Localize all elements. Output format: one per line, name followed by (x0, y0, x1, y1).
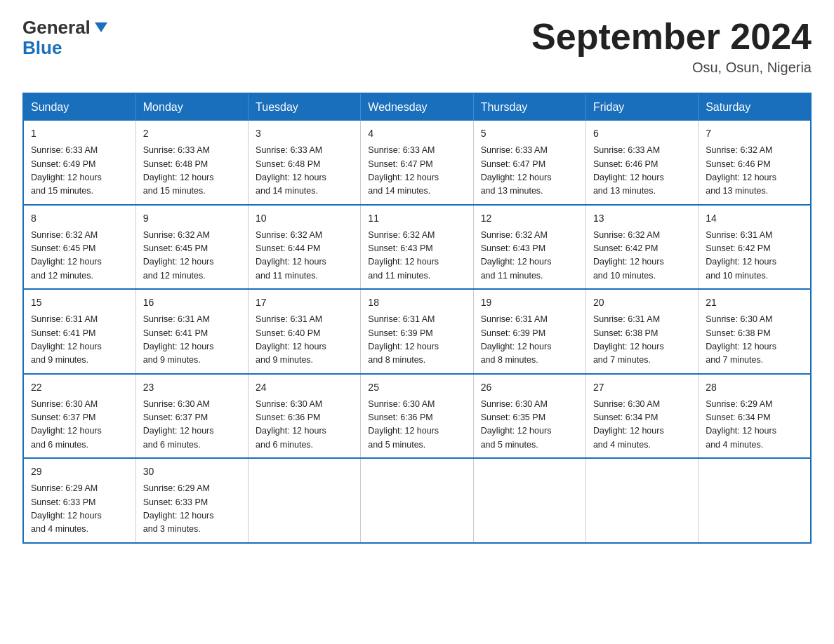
day-number: 21 (706, 295, 803, 310)
day-info: Sunrise: 6:29 AMSunset: 6:33 PMDaylight:… (143, 482, 241, 537)
title-area: September 2024 Osu, Osun, Nigeria (531, 17, 812, 76)
day-number: 9 (143, 211, 241, 226)
calendar-cell: 1Sunrise: 6:33 AMSunset: 6:49 PMDaylight… (23, 121, 135, 205)
day-info: Sunrise: 6:33 AMSunset: 6:48 PMDaylight:… (143, 144, 241, 199)
calendar-cell: 20Sunrise: 6:31 AMSunset: 6:38 PMDayligh… (585, 289, 698, 374)
day-number: 25 (368, 380, 465, 395)
day-number: 19 (481, 295, 578, 310)
weekday-header-tuesday: Tuesday (249, 93, 361, 121)
calendar-cell: 28Sunrise: 6:29 AMSunset: 6:34 PMDayligh… (699, 374, 811, 459)
calendar-cell: 30Sunrise: 6:29 AMSunset: 6:33 PMDayligh… (135, 458, 248, 543)
day-info: Sunrise: 6:31 AMSunset: 6:41 PMDaylight:… (143, 313, 241, 368)
calendar-cell: 22Sunrise: 6:30 AMSunset: 6:37 PMDayligh… (23, 374, 135, 459)
day-info: Sunrise: 6:30 AMSunset: 6:35 PMDaylight:… (481, 398, 578, 452)
day-number: 27 (593, 380, 691, 395)
calendar-cell: 24Sunrise: 6:30 AMSunset: 6:36 PMDayligh… (249, 374, 361, 459)
day-info: Sunrise: 6:30 AMSunset: 6:36 PMDaylight:… (368, 398, 465, 452)
svg-marker-0 (95, 22, 107, 32)
day-number: 17 (256, 295, 353, 310)
day-number: 1 (31, 126, 128, 141)
calendar-cell: 5Sunrise: 6:33 AMSunset: 6:47 PMDaylight… (473, 121, 585, 205)
day-number: 30 (143, 464, 241, 479)
day-info: Sunrise: 6:33 AMSunset: 6:47 PMDaylight:… (481, 144, 578, 199)
day-info: Sunrise: 6:32 AMSunset: 6:45 PMDaylight:… (143, 229, 241, 283)
day-info: Sunrise: 6:30 AMSunset: 6:38 PMDaylight:… (706, 313, 803, 368)
weekday-header-friday: Friday (585, 93, 698, 121)
calendar-week-row: 29Sunrise: 6:29 AMSunset: 6:33 PMDayligh… (23, 458, 811, 543)
day-info: Sunrise: 6:32 AMSunset: 6:46 PMDaylight:… (706, 144, 803, 199)
day-info: Sunrise: 6:30 AMSunset: 6:37 PMDaylight:… (31, 398, 128, 452)
calendar-cell (699, 458, 811, 543)
calendar-table: SundayMondayTuesdayWednesdayThursdayFrid… (22, 93, 812, 544)
day-info: Sunrise: 6:31 AMSunset: 6:40 PMDaylight:… (256, 313, 353, 368)
day-info: Sunrise: 6:33 AMSunset: 6:48 PMDaylight:… (256, 144, 353, 199)
day-number: 6 (593, 126, 691, 141)
day-info: Sunrise: 6:30 AMSunset: 6:36 PMDaylight:… (256, 398, 353, 452)
day-info: Sunrise: 6:32 AMSunset: 6:43 PMDaylight:… (481, 229, 578, 283)
logo: General Blue (22, 17, 109, 59)
day-number: 14 (706, 211, 803, 226)
calendar-cell: 2Sunrise: 6:33 AMSunset: 6:48 PMDaylight… (135, 121, 248, 205)
calendar-week-row: 8Sunrise: 6:32 AMSunset: 6:45 PMDaylight… (23, 205, 811, 290)
day-info: Sunrise: 6:29 AMSunset: 6:33 PMDaylight:… (31, 482, 128, 537)
calendar-cell (585, 458, 698, 543)
calendar-cell (249, 458, 361, 543)
calendar-cell: 27Sunrise: 6:30 AMSunset: 6:34 PMDayligh… (585, 374, 698, 459)
calendar-week-row: 22Sunrise: 6:30 AMSunset: 6:37 PMDayligh… (23, 374, 811, 459)
day-number: 18 (368, 295, 465, 310)
calendar-week-row: 1Sunrise: 6:33 AMSunset: 6:49 PMDaylight… (23, 121, 811, 205)
day-info: Sunrise: 6:31 AMSunset: 6:38 PMDaylight:… (593, 313, 691, 368)
day-info: Sunrise: 6:29 AMSunset: 6:34 PMDaylight:… (706, 398, 803, 452)
weekday-header-saturday: Saturday (699, 93, 811, 121)
calendar-cell: 8Sunrise: 6:32 AMSunset: 6:45 PMDaylight… (23, 205, 135, 290)
day-info: Sunrise: 6:31 AMSunset: 6:42 PMDaylight:… (706, 229, 803, 283)
calendar-cell: 23Sunrise: 6:30 AMSunset: 6:37 PMDayligh… (135, 374, 248, 459)
calendar-cell: 26Sunrise: 6:30 AMSunset: 6:35 PMDayligh… (473, 374, 585, 459)
weekday-header-row: SundayMondayTuesdayWednesdayThursdayFrid… (23, 93, 811, 121)
day-info: Sunrise: 6:30 AMSunset: 6:37 PMDaylight:… (143, 398, 241, 452)
calendar-cell: 14Sunrise: 6:31 AMSunset: 6:42 PMDayligh… (699, 205, 811, 290)
day-number: 15 (31, 295, 128, 310)
calendar-cell: 11Sunrise: 6:32 AMSunset: 6:43 PMDayligh… (361, 205, 473, 290)
calendar-cell: 12Sunrise: 6:32 AMSunset: 6:43 PMDayligh… (473, 205, 585, 290)
calendar-cell: 7Sunrise: 6:32 AMSunset: 6:46 PMDaylight… (699, 121, 811, 205)
day-info: Sunrise: 6:32 AMSunset: 6:43 PMDaylight:… (368, 229, 465, 283)
day-number: 28 (706, 380, 803, 395)
calendar-cell: 4Sunrise: 6:33 AMSunset: 6:47 PMDaylight… (361, 121, 473, 205)
calendar-cell: 29Sunrise: 6:29 AMSunset: 6:33 PMDayligh… (23, 458, 135, 543)
calendar-cell: 13Sunrise: 6:32 AMSunset: 6:42 PMDayligh… (585, 205, 698, 290)
day-number: 2 (143, 126, 241, 141)
calendar-week-row: 15Sunrise: 6:31 AMSunset: 6:41 PMDayligh… (23, 289, 811, 374)
day-info: Sunrise: 6:31 AMSunset: 6:39 PMDaylight:… (368, 313, 465, 368)
calendar-cell: 17Sunrise: 6:31 AMSunset: 6:40 PMDayligh… (249, 289, 361, 374)
day-number: 13 (593, 211, 691, 226)
day-info: Sunrise: 6:33 AMSunset: 6:47 PMDaylight:… (368, 144, 465, 199)
day-number: 26 (481, 380, 578, 395)
day-info: Sunrise: 6:32 AMSunset: 6:42 PMDaylight:… (593, 229, 691, 283)
calendar-cell: 3Sunrise: 6:33 AMSunset: 6:48 PMDaylight… (249, 121, 361, 205)
calendar-cell: 19Sunrise: 6:31 AMSunset: 6:39 PMDayligh… (473, 289, 585, 374)
calendar-cell (473, 458, 585, 543)
calendar-cell: 21Sunrise: 6:30 AMSunset: 6:38 PMDayligh… (699, 289, 811, 374)
calendar-cell: 16Sunrise: 6:31 AMSunset: 6:41 PMDayligh… (135, 289, 248, 374)
logo-general-text: General (22, 17, 91, 38)
day-number: 11 (368, 211, 465, 226)
day-info: Sunrise: 6:33 AMSunset: 6:46 PMDaylight:… (593, 144, 691, 199)
day-info: Sunrise: 6:31 AMSunset: 6:39 PMDaylight:… (481, 313, 578, 368)
weekday-header-monday: Monday (135, 93, 248, 121)
day-number: 29 (31, 464, 128, 479)
day-number: 24 (256, 380, 353, 395)
weekday-header-sunday: Sunday (23, 93, 135, 121)
calendar-cell (361, 458, 473, 543)
day-info: Sunrise: 6:32 AMSunset: 6:45 PMDaylight:… (31, 229, 128, 283)
calendar-cell: 10Sunrise: 6:32 AMSunset: 6:44 PMDayligh… (249, 205, 361, 290)
day-number: 22 (31, 380, 128, 395)
day-number: 3 (256, 126, 353, 141)
calendar-cell: 18Sunrise: 6:31 AMSunset: 6:39 PMDayligh… (361, 289, 473, 374)
weekday-header-thursday: Thursday (473, 93, 585, 121)
calendar-cell: 15Sunrise: 6:31 AMSunset: 6:41 PMDayligh… (23, 289, 135, 374)
day-info: Sunrise: 6:33 AMSunset: 6:49 PMDaylight:… (31, 144, 128, 199)
day-info: Sunrise: 6:31 AMSunset: 6:41 PMDaylight:… (31, 313, 128, 368)
page-header: General Blue September 2024 Osu, Osun, N… (22, 17, 812, 76)
month-title: September 2024 (531, 17, 812, 57)
